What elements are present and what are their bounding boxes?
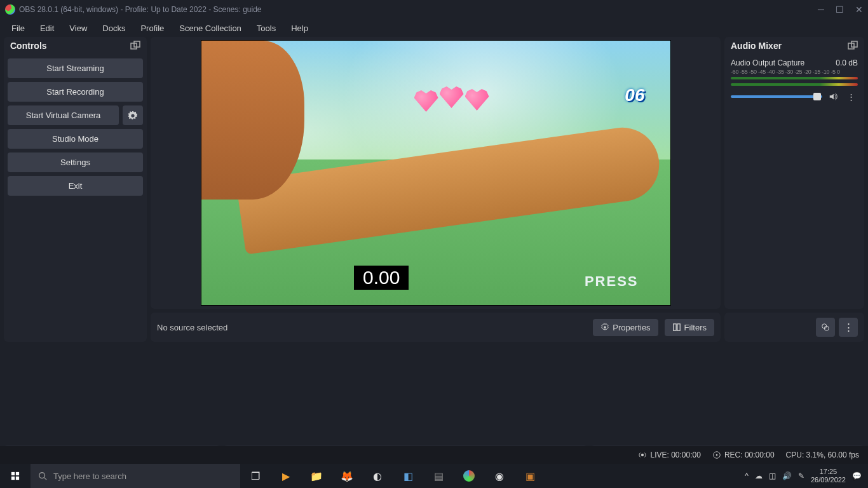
gear-icon [600,323,609,332]
svg-point-2 [604,326,607,329]
menu-docks[interactable]: Docks [96,21,132,36]
mixer-track-name: Audio Output Capture [731,58,804,67]
titlebar: OBS 28.0.1 (64-bit, windows) - Profile: … [0,0,868,19]
start-streaming-button[interactable]: Start Streaming [8,58,143,78]
speaker-icon[interactable] [826,90,840,104]
close-button[interactable]: ✕ [855,4,863,15]
system-tray: ^ ☁ ◫ 🔊 ✎ 17:25 26/09/2022 💬 [738,468,868,484]
disk-icon [712,451,721,459]
game-score: 06 [625,85,644,105]
svg-rect-24 [11,472,15,475]
preview-area[interactable]: 06 PRESS 0.00 [151,37,721,309]
dock-icon[interactable] [130,41,140,51]
minimize-button[interactable]: ─ [818,4,824,15]
menu-file[interactable]: File [5,21,31,36]
taskbar-app[interactable]: 🦊 [332,464,362,488]
taskbar-app[interactable] [454,464,484,488]
svg-point-28 [39,473,45,478]
taskbar-clock[interactable]: 17:25 26/09/2022 [811,468,846,484]
svg-rect-26 [11,477,15,480]
start-recording-button[interactable]: Start Recording [8,82,143,102]
mixer-meter [731,83,858,86]
gear-icon [128,111,137,120]
game-press-label: PRESS [585,273,639,290]
tray-pen-icon[interactable]: ✎ [798,471,804,480]
menu-scene-collection[interactable]: Scene Collection [173,21,248,36]
taskbar: Type here to search ❐ ▶ 📁 🦊 ◐ ◧ ▤ ◉ ▣ ^ … [0,464,868,488]
exit-button[interactable]: Exit [8,176,143,196]
menu-profile[interactable]: Profile [134,21,170,36]
status-cpu: CPU: 3.1%, 60.00 fps [786,451,859,459]
taskbar-app[interactable]: ▤ [423,464,454,488]
menu-tools[interactable]: Tools [250,21,282,36]
vcam-settings-button[interactable] [123,105,143,125]
menubar: File Edit View Docks Profile Scene Colle… [0,19,868,37]
window-title: OBS 28.0.1 (64-bit, windows) - Profile: … [19,5,262,14]
heart-icon [414,90,438,112]
tray-volume-icon[interactable]: 🔊 [782,471,792,480]
controls-title: Controls [10,41,47,51]
mixer-track-level: 0.0 dB [836,58,858,67]
svg-point-21 [642,454,644,456]
taskbar-app[interactable]: ▶ [271,464,301,488]
status-rec: REC: 00:00:00 [724,451,775,459]
preview-toolbar: No source selected Properties Filters [151,313,721,342]
start-virtual-camera-button[interactable]: Start Virtual Camera [8,105,119,125]
heart-icon [440,86,464,108]
mixer-advanced-button[interactable] [816,318,835,337]
menu-edit[interactable]: Edit [34,21,60,36]
studio-mode-button[interactable]: Studio Mode [8,129,143,149]
status-bar: LIVE: 00:00:00 REC: 00:00:00 CPU: 3.1%, … [0,446,868,464]
mixer-tools: ⋮ [724,313,864,342]
maximize-button[interactable]: ☐ [836,4,844,15]
menu-help[interactable]: Help [285,21,315,36]
controls-panel: Controls Start Streaming Start Recording… [4,37,147,342]
tray-onedrive-icon[interactable]: ☁ [755,471,763,480]
svg-rect-25 [16,472,19,475]
no-source-label: No source selected [157,323,227,332]
mixer-scale: -60 -55 -50 -45 -40 -35 -30 -25 -20 -15 … [731,69,858,75]
svg-rect-3 [673,324,675,331]
svg-point-23 [716,454,718,456]
taskbar-app[interactable]: ◧ [393,464,423,488]
svg-rect-4 [677,324,679,331]
audio-mixer-panel: Audio Mixer Audio Output Capture 0.0 dB … [724,37,864,309]
preview-canvas: 06 PRESS [201,40,671,306]
taskbar-app[interactable]: ▣ [515,464,545,488]
broadcast-icon [638,451,647,459]
svg-rect-27 [16,477,19,480]
settings-button[interactable]: Settings [8,152,143,172]
search-input[interactable]: Type here to search [31,464,240,488]
gear-crossed-icon [821,323,830,332]
tray-network-icon[interactable]: ◫ [769,471,776,480]
taskbar-app[interactable]: ◐ [362,464,393,488]
filters-button[interactable]: Filters [665,319,714,336]
tray-chevron-icon[interactable]: ^ [745,471,749,480]
search-icon [38,471,47,480]
notifications-icon[interactable]: 💬 [852,471,862,480]
obs-icon [5,4,15,15]
task-view-button[interactable]: ❐ [240,464,271,488]
properties-button[interactable]: Properties [593,319,658,336]
mixer-meter [731,77,858,79]
heart-icon [465,89,489,111]
filters-icon [672,323,681,332]
taskbar-app[interactable]: 📁 [301,464,332,488]
livesplit-timer: 0.00 [354,266,409,290]
menu-view[interactable]: View [63,21,93,36]
kebab-button[interactable]: ⋮ [839,318,858,337]
dock-icon[interactable] [848,41,858,51]
kebab-icon[interactable]: ⋮ [844,90,858,104]
start-button[interactable] [0,464,31,488]
volume-slider[interactable] [731,95,822,98]
status-live: LIVE: 00:00:00 [650,451,700,459]
mixer-title: Audio Mixer [731,41,782,51]
taskbar-app[interactable]: ◉ [484,464,515,488]
